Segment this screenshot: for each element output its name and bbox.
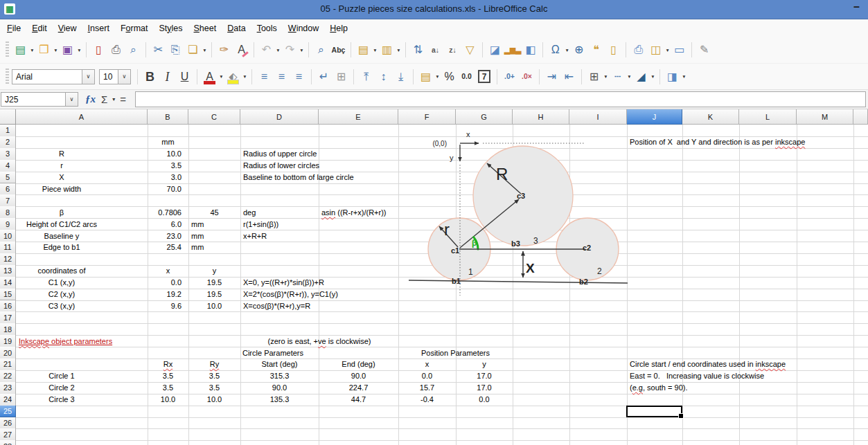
column-header-B[interactable]: B <box>148 109 188 125</box>
redo-icon[interactable]: ↷ <box>282 42 298 58</box>
insert-chart-icon[interactable]: ▂▆▃ <box>504 42 521 58</box>
border-style-dropdown-icon[interactable]: ▾ <box>626 73 632 80</box>
cell-E8[interactable]: asin ((R-r+x)/(R+r)) <box>319 206 398 218</box>
freeze-panes-icon[interactable]: ◫ <box>648 42 664 58</box>
undo-dropdown-icon[interactable]: ▾ <box>275 47 281 53</box>
freeze-panes-dropdown-icon[interactable]: ▾ <box>664 47 671 53</box>
currency-format-dropdown-icon[interactable]: ▾ <box>434 73 441 80</box>
cell-B4[interactable]: 3.5 <box>148 160 188 172</box>
row-header-23[interactable]: 23 <box>0 382 16 394</box>
column-header-A[interactable]: A <box>16 109 148 125</box>
chevron-down-icon[interactable]: ∨ <box>82 70 94 84</box>
cell-B20[interactable]: Circle Parameters <box>148 347 398 358</box>
cell-D16[interactable]: X=cos(β)*(R+r),y=R <box>240 300 319 312</box>
cell-B10[interactable]: 23.0 <box>148 230 188 242</box>
row-header-24[interactable]: 24 <box>0 394 16 406</box>
cell-C22[interactable]: 3.5 <box>188 370 240 382</box>
cell-B21[interactable]: Rx <box>148 358 188 370</box>
cell-A10[interactable]: Baseline y <box>16 230 107 242</box>
toolbar-grip[interactable] <box>6 69 9 85</box>
column-header-I[interactable]: I <box>569 109 627 125</box>
row-header-3[interactable]: 3 <box>0 148 16 161</box>
cell-G22[interactable]: 17.0 <box>456 370 513 382</box>
autofilter-icon[interactable]: ▽ <box>462 42 478 58</box>
cell-F23[interactable]: 15.7 <box>398 382 456 394</box>
cell-A11[interactable]: Edge to b1 <box>16 242 107 253</box>
row-header-27[interactable]: 27 <box>0 428 16 441</box>
font-size-select[interactable]: 10 ∨ <box>99 69 131 84</box>
sum-icon[interactable]: Σ <box>101 93 107 105</box>
row-header-26[interactable]: 26 <box>0 417 16 430</box>
menu-window[interactable]: Window <box>283 21 324 35</box>
cell-A13[interactable]: coordinates of <box>16 265 107 277</box>
row-header-9[interactable]: 9 <box>0 218 16 230</box>
column-header-partial[interactable] <box>853 109 868 125</box>
menu-help[interactable]: Help <box>324 21 353 35</box>
save-icon[interactable]: ▣ <box>60 42 76 58</box>
conditional-formatting-dropdown-icon[interactable]: ▾ <box>681 73 687 80</box>
cell-B2[interactable]: mm <box>148 136 188 148</box>
toolbar-grip[interactable] <box>6 42 9 58</box>
cell-A6[interactable]: Piece width <box>16 183 107 195</box>
new-document-dropdown-icon[interactable]: ▾ <box>29 47 35 53</box>
row-header-6[interactable]: 6 <box>0 183 16 196</box>
draw-functions-icon[interactable]: ✎ <box>696 42 712 58</box>
clear-formatting-icon[interactable]: A <box>233 42 249 58</box>
menu-insert[interactable]: Insert <box>82 21 115 35</box>
chevron-down-icon[interactable]: ∨ <box>65 93 78 106</box>
cell-C21[interactable]: Ry <box>188 358 240 370</box>
cell-E22[interactable]: 90.0 <box>319 370 398 382</box>
cell-B3[interactable]: 10.0 <box>148 148 188 160</box>
menu-data[interactable]: Data <box>222 21 251 35</box>
delete-decimal-place-icon[interactable]: .0× <box>519 69 535 85</box>
print-preview-icon[interactable]: ⌕ <box>125 42 141 58</box>
cell-D14[interactable]: X=0, y=((R+r)*sin(β))+R <box>240 277 319 289</box>
insert-row-dropdown-icon[interactable]: ▾ <box>372 47 378 53</box>
cell-B15[interactable]: 19.2 <box>148 289 188 300</box>
cell-A22[interactable]: Circle 1 <box>16 370 107 382</box>
conditional-formatting-icon[interactable]: ◨ <box>664 69 680 85</box>
sort-ascending-icon[interactable]: a↓ <box>427 42 443 58</box>
cell-F21[interactable]: x <box>398 358 456 370</box>
menu-view[interactable]: View <box>53 21 82 35</box>
column-header-C[interactable]: C <box>188 109 240 125</box>
cell-A5[interactable]: X <box>16 172 107 183</box>
insert-image-icon[interactable]: ◪ <box>487 42 503 58</box>
cell-D9[interactable]: r(1+sin(β)) <box>240 218 319 230</box>
cell-D15[interactable]: X=2*(cos(β)*(R+r)), y=C1(y) <box>240 289 319 300</box>
print-icon[interactable]: ⎙ <box>108 42 124 58</box>
row-header-13[interactable]: 13 <box>0 265 16 278</box>
cell-A15[interactable]: C2 (x,y) <box>16 289 107 300</box>
number-format-icon[interactable]: 0.0 <box>459 69 475 85</box>
split-window-icon[interactable]: ▭ <box>671 42 687 58</box>
select-all-corner[interactable] <box>0 109 16 125</box>
percent-format-icon[interactable]: % <box>441 69 457 85</box>
column-header-H[interactable]: H <box>513 109 569 125</box>
cell-B13[interactable]: x <box>148 265 188 277</box>
italic-icon[interactable]: I <box>159 69 175 85</box>
cell-D5[interactable]: Baseline to bottom of large circle <box>240 172 319 183</box>
row-header-11[interactable]: 11 <box>0 242 16 254</box>
cell-D8[interactable]: deg <box>240 206 319 218</box>
row-header-17[interactable]: 17 <box>0 311 16 324</box>
comment-icon[interactable]: ❝ <box>588 42 604 58</box>
hyperlink-icon[interactable]: ⊕ <box>571 42 587 58</box>
copy-icon[interactable]: ⎘ <box>168 42 184 58</box>
borders-dropdown-icon[interactable]: ▾ <box>603 73 609 80</box>
border-color-dropdown-icon[interactable]: ▾ <box>650 73 656 80</box>
cell-F22[interactable]: 0.0 <box>398 370 456 382</box>
undo-icon[interactable]: ↶ <box>258 42 274 58</box>
cell-E24[interactable]: 44.7 <box>319 394 398 406</box>
border-style-icon[interactable]: ┄ <box>610 69 626 85</box>
row-header-21[interactable]: 21 <box>0 358 16 371</box>
cell-B6[interactable]: 70.0 <box>148 183 188 195</box>
menu-file[interactable]: File <box>1 21 26 35</box>
row-header-20[interactable]: 20 <box>0 347 16 359</box>
cell-B5[interactable]: 3.0 <box>148 172 188 183</box>
cell-A16[interactable]: C3 (x,y) <box>16 300 107 312</box>
align-left-icon[interactable]: ≡ <box>256 69 272 85</box>
export-pdf-icon[interactable]: ▯ <box>91 42 107 58</box>
merge-cells-icon[interactable]: ⊞ <box>333 69 349 85</box>
sort-icon[interactable]: ⇅ <box>410 42 426 58</box>
cell-D4[interactable]: Radius of lower circles <box>240 160 319 172</box>
